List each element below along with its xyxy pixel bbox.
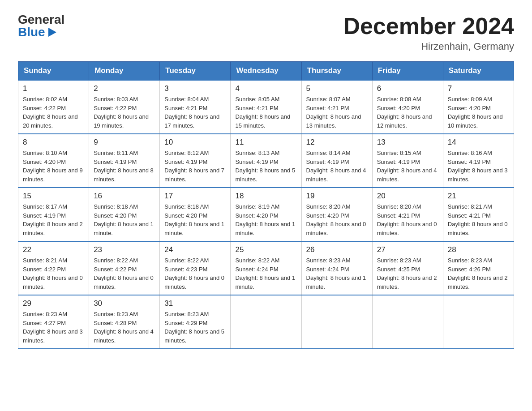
calendar-cell: 9 Sunrise: 8:11 AM Sunset: 4:19 PM Dayli… (89, 134, 160, 188)
calendar-cell: 26 Sunrise: 8:23 AM Sunset: 4:24 PM Dayl… (301, 241, 372, 295)
day-number: 6 (377, 84, 438, 93)
calendar-cell: 30 Sunrise: 8:23 AM Sunset: 4:28 PM Dayl… (89, 295, 160, 349)
day-number: 9 (94, 138, 155, 147)
calendar-header: Sunday Monday Tuesday Wednesday Thursday… (18, 62, 514, 81)
col-saturday: Saturday (443, 62, 514, 81)
day-info: Sunrise: 8:02 AM Sunset: 4:22 PM Dayligh… (23, 95, 84, 130)
day-number: 27 (377, 245, 438, 254)
calendar-body: 1 Sunrise: 8:02 AM Sunset: 4:22 PM Dayli… (18, 80, 514, 349)
logo-blue-text: Blue (18, 26, 57, 39)
day-number: 11 (235, 138, 296, 147)
col-monday: Monday (89, 62, 160, 81)
calendar-cell: 3 Sunrise: 8:04 AM Sunset: 4:21 PM Dayli… (160, 80, 231, 134)
day-info: Sunrise: 8:23 AM Sunset: 4:24 PM Dayligh… (306, 256, 368, 291)
day-info: Sunrise: 8:21 AM Sunset: 4:22 PM Dayligh… (23, 256, 84, 291)
day-info: Sunrise: 8:22 AM Sunset: 4:22 PM Dayligh… (94, 256, 155, 291)
day-info: Sunrise: 8:20 AM Sunset: 4:20 PM Dayligh… (306, 202, 368, 237)
calendar-cell (372, 295, 443, 349)
day-info: Sunrise: 8:08 AM Sunset: 4:20 PM Dayligh… (377, 95, 438, 130)
day-number: 22 (23, 245, 84, 254)
calendar-cell: 2 Sunrise: 8:03 AM Sunset: 4:22 PM Dayli… (89, 80, 160, 134)
day-number: 4 (235, 84, 296, 93)
day-info: Sunrise: 8:17 AM Sunset: 4:19 PM Dayligh… (23, 202, 84, 237)
day-number: 8 (23, 138, 84, 147)
calendar-cell: 16 Sunrise: 8:18 AM Sunset: 4:20 PM Dayl… (89, 188, 160, 241)
day-info: Sunrise: 8:23 AM Sunset: 4:28 PM Dayligh… (94, 310, 155, 345)
day-number: 23 (94, 245, 155, 254)
calendar-cell (443, 295, 514, 349)
calendar-cell: 5 Sunrise: 8:07 AM Sunset: 4:21 PM Dayli… (301, 80, 372, 134)
calendar-cell: 14 Sunrise: 8:16 AM Sunset: 4:19 PM Dayl… (443, 134, 514, 188)
calendar-cell: 23 Sunrise: 8:22 AM Sunset: 4:22 PM Dayl… (89, 241, 160, 295)
day-number: 3 (164, 84, 226, 93)
day-number: 25 (235, 245, 296, 254)
day-number: 13 (377, 138, 438, 147)
calendar-cell: 19 Sunrise: 8:20 AM Sunset: 4:20 PM Dayl… (301, 188, 372, 241)
day-info: Sunrise: 8:03 AM Sunset: 4:22 PM Dayligh… (94, 95, 155, 130)
day-info: Sunrise: 8:22 AM Sunset: 4:23 PM Dayligh… (164, 256, 226, 291)
calendar-cell: 18 Sunrise: 8:19 AM Sunset: 4:20 PM Dayl… (231, 188, 301, 241)
day-number: 19 (306, 192, 368, 201)
day-info: Sunrise: 8:23 AM Sunset: 4:26 PM Dayligh… (448, 256, 509, 291)
day-info: Sunrise: 8:22 AM Sunset: 4:24 PM Dayligh… (235, 256, 296, 291)
calendar-week-row: 15 Sunrise: 8:17 AM Sunset: 4:19 PM Dayl… (18, 188, 514, 241)
day-info: Sunrise: 8:20 AM Sunset: 4:21 PM Dayligh… (377, 202, 438, 237)
day-number: 14 (448, 138, 509, 147)
calendar-cell: 31 Sunrise: 8:23 AM Sunset: 4:29 PM Dayl… (160, 295, 231, 349)
day-info: Sunrise: 8:09 AM Sunset: 4:20 PM Dayligh… (448, 95, 509, 130)
col-thursday: Thursday (301, 62, 372, 81)
day-number: 17 (164, 192, 226, 201)
days-of-week-row: Sunday Monday Tuesday Wednesday Thursday… (18, 62, 514, 81)
day-number: 21 (448, 192, 509, 201)
col-sunday: Sunday (18, 62, 89, 81)
day-number: 24 (164, 245, 226, 254)
day-number: 5 (306, 84, 368, 93)
day-info: Sunrise: 8:13 AM Sunset: 4:19 PM Dayligh… (235, 149, 296, 184)
day-number: 15 (23, 192, 84, 201)
col-tuesday: Tuesday (160, 62, 231, 81)
day-info: Sunrise: 8:10 AM Sunset: 4:20 PM Dayligh… (23, 149, 84, 184)
calendar-cell: 10 Sunrise: 8:12 AM Sunset: 4:19 PM Dayl… (160, 134, 231, 188)
title-block: December 2024 Hirzenhain, Germany (343, 13, 514, 52)
calendar-cell: 4 Sunrise: 8:05 AM Sunset: 4:21 PM Dayli… (231, 80, 301, 134)
calendar-cell: 29 Sunrise: 8:23 AM Sunset: 4:27 PM Dayl… (18, 295, 89, 349)
day-number: 28 (448, 245, 509, 254)
calendar-cell: 13 Sunrise: 8:15 AM Sunset: 4:19 PM Dayl… (372, 134, 443, 188)
day-info: Sunrise: 8:07 AM Sunset: 4:21 PM Dayligh… (306, 95, 368, 130)
calendar-cell: 11 Sunrise: 8:13 AM Sunset: 4:19 PM Dayl… (231, 134, 301, 188)
calendar-cell: 22 Sunrise: 8:21 AM Sunset: 4:22 PM Dayl… (18, 241, 89, 295)
day-info: Sunrise: 8:15 AM Sunset: 4:19 PM Dayligh… (377, 149, 438, 184)
calendar-cell: 27 Sunrise: 8:23 AM Sunset: 4:25 PM Dayl… (372, 241, 443, 295)
calendar-table: Sunday Monday Tuesday Wednesday Thursday… (18, 61, 514, 349)
day-number: 12 (306, 138, 368, 147)
day-number: 26 (306, 245, 368, 254)
calendar-week-row: 8 Sunrise: 8:10 AM Sunset: 4:20 PM Dayli… (18, 134, 514, 188)
calendar-cell (231, 295, 301, 349)
day-number: 31 (164, 299, 226, 308)
day-info: Sunrise: 8:19 AM Sunset: 4:20 PM Dayligh… (235, 202, 296, 237)
calendar-cell: 12 Sunrise: 8:14 AM Sunset: 4:19 PM Dayl… (301, 134, 372, 188)
day-info: Sunrise: 8:04 AM Sunset: 4:21 PM Dayligh… (164, 95, 226, 130)
day-number: 18 (235, 192, 296, 201)
day-number: 1 (23, 84, 84, 93)
logo: General Blue (18, 13, 64, 39)
logo-general-text: General (18, 13, 64, 26)
day-info: Sunrise: 8:23 AM Sunset: 4:25 PM Dayligh… (377, 256, 438, 291)
day-info: Sunrise: 8:14 AM Sunset: 4:19 PM Dayligh… (306, 149, 368, 184)
day-info: Sunrise: 8:21 AM Sunset: 4:21 PM Dayligh… (448, 202, 509, 237)
day-info: Sunrise: 8:05 AM Sunset: 4:21 PM Dayligh… (235, 95, 296, 130)
calendar-cell: 7 Sunrise: 8:09 AM Sunset: 4:20 PM Dayli… (443, 80, 514, 134)
page-header: General Blue December 2024 Hirzenhain, G… (18, 13, 514, 52)
calendar-week-row: 29 Sunrise: 8:23 AM Sunset: 4:27 PM Dayl… (18, 295, 514, 349)
day-number: 29 (23, 299, 84, 308)
calendar-week-row: 22 Sunrise: 8:21 AM Sunset: 4:22 PM Dayl… (18, 241, 514, 295)
calendar-cell: 15 Sunrise: 8:17 AM Sunset: 4:19 PM Dayl… (18, 188, 89, 241)
day-number: 30 (94, 299, 155, 308)
calendar-cell: 6 Sunrise: 8:08 AM Sunset: 4:20 PM Dayli… (372, 80, 443, 134)
day-info: Sunrise: 8:23 AM Sunset: 4:27 PM Dayligh… (23, 310, 84, 345)
day-info: Sunrise: 8:23 AM Sunset: 4:29 PM Dayligh… (164, 310, 226, 345)
day-info: Sunrise: 8:11 AM Sunset: 4:19 PM Dayligh… (94, 149, 155, 184)
day-number: 10 (164, 138, 226, 147)
calendar-cell: 25 Sunrise: 8:22 AM Sunset: 4:24 PM Dayl… (231, 241, 301, 295)
day-number: 16 (94, 192, 155, 201)
